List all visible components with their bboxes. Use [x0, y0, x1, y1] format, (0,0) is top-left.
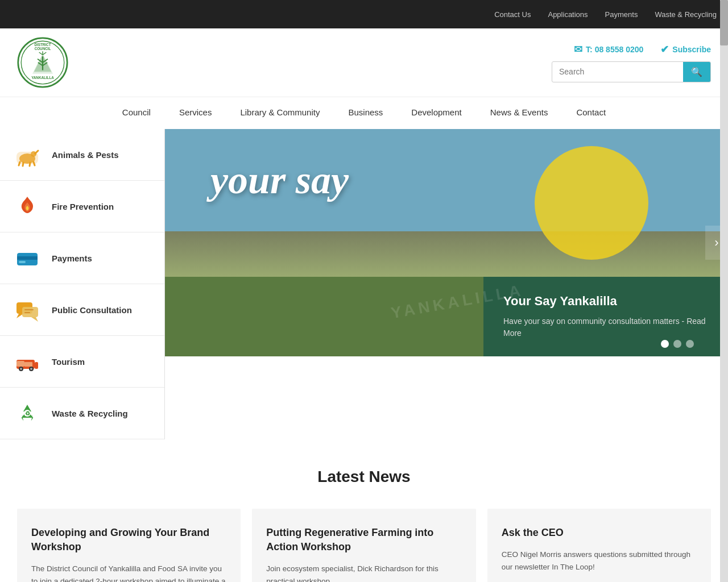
waste-recycling-label: Waste & Recycling [52, 409, 128, 418]
svg-rect-25 [17, 256, 38, 260]
svg-rect-26 [19, 261, 26, 263]
news-card-3: Ask the CEO CEO Nigel Morris answers que… [487, 509, 711, 582]
slider-dot-2[interactable] [673, 340, 681, 348]
svg-text:DISTRICT: DISTRICT [34, 43, 51, 47]
svg-text:♻: ♻ [25, 410, 30, 417]
animals-pests-icon [14, 142, 40, 168]
scrollbar[interactable] [720, 0, 728, 582]
animals-pests-label: Animals & Pests [52, 150, 119, 160]
sidebar: Animals & Pests Fire Prevention [0, 129, 165, 439]
subscribe-label: Subscribe [672, 45, 711, 54]
topbar-payments[interactable]: Payments [605, 10, 638, 19]
svg-marker-30 [31, 317, 38, 322]
nav-council[interactable]: Council [108, 97, 165, 129]
check-circle-icon: ✔ [660, 43, 669, 56]
waste-recycling-icon: ♻ [14, 400, 40, 426]
main-content: Animals & Pests Fire Prevention [0, 129, 728, 439]
svg-point-37 [20, 368, 22, 370]
svg-rect-34 [16, 361, 24, 367]
hero-info-desc: Have your say on community consultation … [503, 315, 708, 339]
sidebar-item-payments[interactable]: Payments [0, 232, 164, 284]
scrollbar-thumb[interactable] [720, 0, 728, 45]
slider-dot-3[interactable] [686, 340, 694, 348]
site-logo[interactable]: DISTRICT COUNCIL YANKALILLA [17, 37, 68, 88]
svg-line-13 [43, 52, 46, 55]
news-card-2-text: Join ecosystem specialist, Dick Richards… [266, 563, 461, 582]
public-consultation-icon [14, 297, 40, 323]
topbar-applications[interactable]: Applications [548, 10, 588, 19]
sidebar-item-public-consultation[interactable]: Public Consultation [0, 284, 164, 336]
svg-rect-40 [24, 362, 32, 367]
news-grid: Developing and Growing Your Brand Worksh… [17, 509, 711, 582]
svg-rect-32 [24, 312, 30, 313]
svg-line-20 [30, 163, 30, 166]
main-nav: Council Services Library & Community Bus… [0, 97, 728, 129]
search-bar: 🔍 [552, 61, 711, 82]
contact-links: ✉ T: 08 8558 0200 ✔ Subscribe [574, 43, 711, 56]
phone-link[interactable]: ✉ T: 08 8558 0200 [574, 43, 643, 56]
svg-line-12 [39, 52, 43, 55]
svg-line-19 [23, 163, 23, 166]
fire-prevention-icon [14, 193, 40, 219]
sidebar-item-fire-prevention[interactable]: Fire Prevention [0, 181, 164, 232]
nav-business[interactable]: Business [334, 97, 397, 129]
email-icon: ✉ [574, 43, 582, 56]
nav-news-events[interactable]: News & Events [476, 97, 562, 129]
news-card-1-text: The District Council of Yankalilla and F… [31, 563, 226, 582]
news-card-3-text: CEO Nigel Morris answers questions submi… [502, 548, 697, 573]
nav-development[interactable]: Development [397, 97, 475, 129]
hero-slider: your say Your Say Yankalilla Have your s… [165, 129, 728, 356]
phone-number: T: 08 8558 0200 [586, 45, 643, 54]
svg-rect-29 [22, 307, 38, 317]
topbar-waste-recycling[interactable]: Waste & Recycling [655, 10, 717, 19]
svg-point-39 [30, 368, 32, 370]
news-card-2: Putting Regenerative Farming into Action… [252, 509, 475, 582]
latest-news-title: Latest News [17, 468, 711, 486]
subscribe-link[interactable]: ✔ Subscribe [660, 43, 711, 56]
sidebar-item-animals-pests[interactable]: Animals & Pests [0, 129, 164, 181]
payments-icon [14, 245, 40, 271]
slider-dot-1[interactable] [661, 340, 669, 348]
top-bar: Contact Us Applications Payments Waste &… [0, 0, 728, 28]
svg-point-23 [34, 152, 36, 155]
latest-news-section: Latest News Developing and Growing Your … [0, 439, 728, 582]
news-card-2-title: Putting Regenerative Farming into Action… [266, 526, 461, 554]
nav-contact[interactable]: Contact [562, 97, 620, 129]
logo-area[interactable]: DISTRICT COUNCIL YANKALILLA [17, 37, 68, 88]
slider-dots [661, 340, 694, 348]
svg-line-21 [34, 162, 35, 165]
nav-library[interactable]: Library & Community [226, 97, 334, 129]
svg-line-18 [19, 162, 20, 165]
tourism-label: Tourism [52, 357, 85, 367]
svg-text:COUNCIL: COUNCIL [35, 47, 51, 51]
hero-info-title: Your Say Yankalilla [503, 294, 708, 309]
topbar-contact-us[interactable]: Contact Us [494, 10, 531, 19]
public-consultation-label: Public Consultation [52, 305, 132, 315]
svg-rect-31 [24, 309, 34, 310]
tourism-icon [14, 348, 40, 375]
svg-text:YANKALILLA: YANKALILLA [31, 76, 54, 80]
fire-prevention-label: Fire Prevention [52, 202, 114, 211]
search-button[interactable]: 🔍 [683, 62, 710, 82]
news-card-3-title: Ask the CEO [502, 526, 697, 540]
sidebar-item-tourism[interactable]: Tourism [0, 336, 164, 388]
news-card-1: Developing and Growing Your Brand Worksh… [17, 509, 241, 582]
news-card-1-title: Developing and Growing Your Brand Worksh… [31, 526, 226, 554]
header: DISTRICT COUNCIL YANKALILLA ✉ T: 08 8558… [0, 28, 728, 97]
payments-label: Payments [52, 253, 92, 263]
sidebar-item-waste-recycling[interactable]: ♻ Waste & Recycling [0, 388, 164, 439]
header-right: ✉ T: 08 8558 0200 ✔ Subscribe 🔍 [552, 43, 711, 82]
hero-cursive-text: your say [210, 160, 614, 200]
svg-rect-35 [35, 362, 38, 369]
nav-services[interactable]: Services [165, 97, 226, 129]
search-input[interactable] [552, 63, 683, 81]
